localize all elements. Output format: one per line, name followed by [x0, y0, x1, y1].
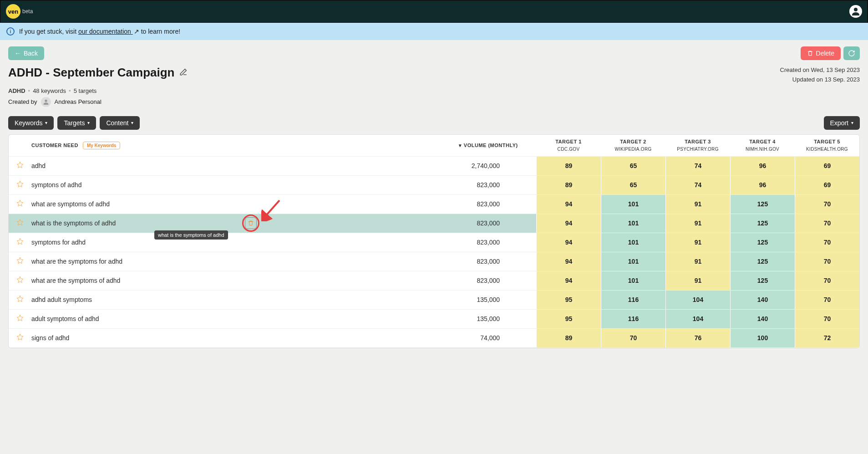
delete-button[interactable]: Delete: [801, 46, 841, 60]
keyword-cell: what are the symptoms for adhd: [31, 253, 441, 270]
banner-text: If you get stuck, visit our documentatio…: [19, 28, 180, 35]
star-button[interactable]: [9, 257, 31, 266]
creator-name: Andreas Personal: [55, 98, 102, 105]
volume-header[interactable]: ▾ VOLUME (MONTHLY): [441, 143, 536, 148]
trash-icon: [807, 50, 813, 56]
score-cell: 116: [601, 291, 665, 309]
table-row[interactable]: symptoms for adhd823,000941019112570: [9, 233, 859, 252]
table-row[interactable]: adult symptoms of adhd135,00095116104140…: [9, 310, 859, 329]
score-cell: 65: [601, 176, 665, 194]
keywords-dropdown[interactable]: Keywords▾: [8, 116, 54, 130]
score-cell: 101: [601, 233, 665, 252]
updated-date: Updated on 13 Sep. 2023: [780, 75, 860, 85]
score-cell: 95: [536, 291, 601, 309]
target-2-header[interactable]: TARGET 2WIKIPEDIA.ORG: [601, 135, 665, 155]
score-cell: 89: [536, 329, 601, 347]
target-4-header[interactable]: TARGET 4NIMH.NIH.GOV: [730, 135, 795, 155]
keyword-cell: what is the symptoms of adhd: [31, 215, 441, 231]
svg-point-0: [854, 8, 858, 11]
star-button[interactable]: [9, 295, 31, 304]
keyword-cell: adhd: [31, 158, 441, 174]
star-icon: [16, 257, 24, 264]
topbar: ven beta: [0, 0, 868, 23]
table-row[interactable]: adhd adult symptoms135,0009511610414070: [9, 291, 859, 310]
export-label: Export: [830, 119, 848, 127]
target-1-header[interactable]: TARGET 1CDC.GOV: [536, 135, 601, 155]
star-button[interactable]: [9, 219, 31, 228]
beta-label: beta: [22, 8, 33, 15]
svg-point-1: [45, 99, 47, 102]
star-button[interactable]: [9, 180, 31, 189]
my-keywords-badge[interactable]: My Keywords: [83, 142, 120, 149]
main-container: ← Back Delete ADHD - September Campaign …: [0, 40, 868, 355]
app-logo[interactable]: ven: [6, 4, 20, 19]
back-button[interactable]: ← Back: [8, 46, 44, 60]
keyword-count: 48 keywords: [33, 87, 66, 94]
table-row[interactable]: what are the symptoms for adhd823,000941…: [9, 252, 859, 271]
user-icon: [42, 98, 50, 106]
content-dropdown[interactable]: Content▾: [100, 116, 140, 130]
keyword-cell: symptons of adhd: [31, 177, 441, 193]
target-5-header[interactable]: TARGET 5KIDSHEALTH.ORG: [795, 135, 859, 155]
star-icon: [16, 219, 24, 226]
star-button[interactable]: [9, 333, 31, 342]
star-icon: [16, 161, 24, 168]
star-button[interactable]: [9, 238, 31, 247]
chevron-down-icon: ▾: [131, 120, 133, 125]
score-cell: 125: [730, 195, 795, 214]
table-row[interactable]: what are symptoms of adhd823,00094101911…: [9, 195, 859, 214]
star-button[interactable]: [9, 276, 31, 285]
creator-avatar: [41, 97, 51, 107]
edit-title-button[interactable]: [179, 68, 188, 78]
refresh-icon: [848, 50, 855, 57]
star-icon: [16, 180, 24, 188]
score-cell: 65: [601, 157, 665, 175]
top-actions: ← Back Delete: [8, 46, 860, 60]
targets-dropdown[interactable]: Targets▾: [57, 116, 96, 130]
table-row[interactable]: what is the symptoms of adhd823,00094101…: [9, 214, 859, 233]
star-icon: [16, 276, 24, 283]
score-cell: 101: [601, 271, 665, 290]
table-row[interactable]: adhd2,740,0008965749669: [9, 157, 859, 176]
score-cell: 89: [536, 176, 601, 194]
volume-cell: 74,000: [441, 334, 536, 342]
star-button[interactable]: [9, 161, 31, 170]
created-by-label: Created by: [8, 98, 37, 105]
score-cell: 74: [665, 176, 730, 194]
page-title: ADHD - September Campaign: [8, 66, 175, 80]
keyword-cell: signs of adhd: [31, 330, 441, 346]
customer-need-header[interactable]: CUSTOMER NEED My Keywords: [31, 142, 441, 149]
keyword-cell: what are the symptoms of adhd: [31, 272, 441, 289]
score-cell: 70: [601, 329, 665, 347]
user-menu-avatar[interactable]: [849, 5, 862, 18]
keyword-cell: symptoms for adhd: [31, 234, 441, 250]
arrow-left-icon: ←: [15, 50, 21, 57]
table-row[interactable]: symptons of adhd823,0008965749669: [9, 176, 859, 195]
delete-keyword-button[interactable]: [242, 214, 259, 232]
refresh-button[interactable]: [843, 46, 860, 60]
star-icon: [16, 199, 24, 207]
score-cell: 91: [665, 195, 730, 214]
customer-need-label: CUSTOMER NEED: [31, 143, 78, 148]
volume-cell: 135,000: [441, 296, 536, 303]
star-button[interactable]: [9, 199, 31, 209]
target-3-header[interactable]: TARGET 3PSYCHIATRY.ORG: [665, 135, 730, 155]
score-cell: 91: [665, 252, 730, 271]
volume-cell: 2,740,000: [441, 162, 536, 169]
created-by: Created by Andreas Personal: [8, 97, 860, 107]
volume-cell: 823,000: [441, 239, 536, 246]
export-dropdown[interactable]: Export▾: [824, 116, 860, 130]
title-left: ADHD - September Campaign: [8, 66, 188, 80]
volume-cell: 135,000: [441, 315, 536, 322]
table-row[interactable]: what are the symptoms of adhd823,0009410…: [9, 271, 859, 291]
documentation-link[interactable]: our documentation ↗: [78, 28, 139, 35]
table-row[interactable]: signs of adhd74,00089707610072: [9, 329, 859, 348]
right-actions: Delete: [801, 46, 860, 60]
keyword-cell: adhd adult symptoms: [31, 291, 441, 308]
info-icon: i: [6, 27, 15, 36]
chevron-down-icon: ▾: [851, 120, 853, 125]
score-cell: 74: [665, 157, 730, 175]
external-link-icon: ↗: [134, 28, 139, 35]
star-button[interactable]: [9, 314, 31, 323]
filters-left: Keywords▾ Targets▾ Content▾: [8, 116, 140, 130]
